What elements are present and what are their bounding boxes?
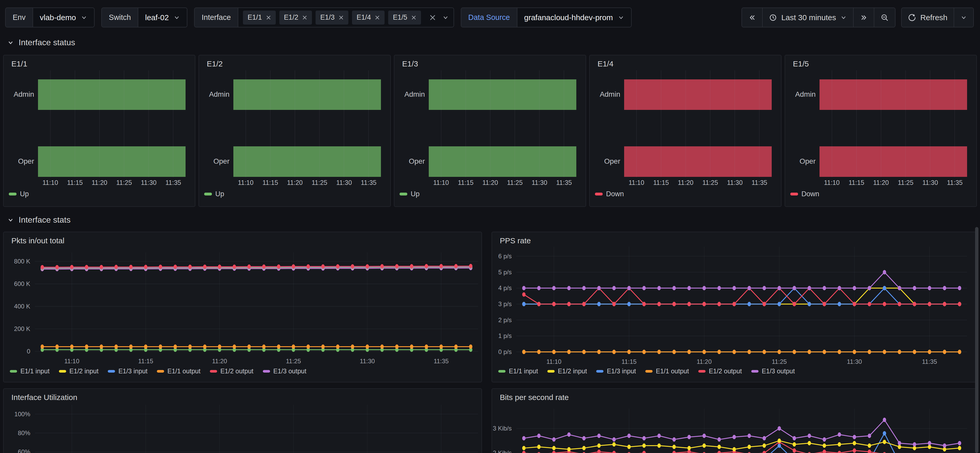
- remove-icon[interactable]: [266, 15, 271, 20]
- legend-swatch: [751, 370, 759, 373]
- panel-title[interactable]: E1/2: [207, 59, 223, 68]
- y-tick-label: 800 K: [4, 258, 30, 265]
- legend-label: E1/2 input: [70, 367, 99, 375]
- env-label: Env: [6, 8, 33, 27]
- series-line: [524, 420, 959, 446]
- legend-item[interactable]: Up: [399, 190, 420, 198]
- time-controls: Last 30 minutes: [741, 8, 974, 27]
- remove-icon[interactable]: [302, 15, 307, 20]
- legend-item[interactable]: Up: [9, 190, 29, 198]
- y-tick-label: 3 Kib/s: [492, 424, 512, 432]
- legend-item[interactable]: E1/3 output: [263, 367, 307, 375]
- legend-item[interactable]: E1/1 input: [498, 367, 538, 375]
- gridline: [270, 70, 270, 177]
- time-shift-back-button[interactable]: [742, 8, 762, 27]
- time-shift-forward-button[interactable]: [853, 8, 874, 27]
- legend-item[interactable]: Up: [204, 190, 224, 198]
- zoom-out-button[interactable]: [874, 8, 895, 27]
- chevron-down-icon[interactable]: [442, 14, 449, 21]
- interface-pill[interactable]: E1/5: [388, 11, 421, 25]
- panel-title[interactable]: E1/5: [793, 59, 809, 68]
- section-title: Interface stats: [19, 215, 70, 225]
- legend-label: Down: [606, 190, 624, 198]
- gridline: [344, 70, 344, 177]
- chevron-down-icon: [960, 14, 967, 21]
- time-range-group: Last 30 minutes: [741, 8, 896, 27]
- datasource-select[interactable]: grafanacloud-hhdev-prom: [517, 8, 631, 27]
- status-panel: E1/5AdminOper11:1011:1511:2011:2511:3011…: [784, 55, 977, 207]
- panel-legend: Up: [204, 190, 234, 198]
- gridline: [564, 70, 564, 177]
- legend-item[interactable]: E1/1 output: [157, 367, 200, 375]
- y-tick-label: 5 p/s: [492, 268, 512, 276]
- refresh-interval-dropdown[interactable]: [954, 8, 973, 27]
- legend-item[interactable]: E1/2 output: [698, 367, 742, 375]
- legend-label: E1/3 output: [762, 367, 795, 375]
- gridline: [319, 70, 320, 177]
- state-row-label: Oper: [395, 157, 425, 166]
- panel-title[interactable]: E1/1: [11, 59, 27, 68]
- line-chart: [492, 389, 976, 453]
- refresh-button[interactable]: Refresh: [902, 8, 954, 27]
- gridline: [881, 70, 881, 177]
- interface-pill[interactable]: E1/2: [279, 11, 312, 25]
- state-row-label: Oper: [785, 157, 816, 166]
- y-tick-label: 2 p/s: [492, 316, 512, 324]
- status-panel: E1/2AdminOper11:1011:1511:2011:2511:3011…: [199, 55, 391, 207]
- legend-item[interactable]: E1/3 input: [596, 367, 636, 375]
- gridline: [50, 70, 51, 177]
- legend-swatch: [204, 193, 212, 195]
- section-interface-status[interactable]: Interface status: [7, 38, 75, 47]
- state-bar-oper: [429, 146, 576, 177]
- gridline: [441, 70, 441, 177]
- scrollbar-thumb[interactable]: [975, 227, 978, 453]
- datasource-label: Data Source: [461, 8, 517, 27]
- time-picker-button[interactable]: Last 30 minutes: [762, 8, 853, 27]
- chevron-down-icon: [7, 39, 14, 46]
- angle-double-left-icon: [748, 14, 756, 21]
- state-row-label: Oper: [590, 157, 620, 166]
- interface-pill-label: E1/1: [248, 13, 262, 21]
- state-bar-admin: [429, 80, 576, 110]
- chart-panel-util: Interface Utilization100%80%60%40%20%0%1…: [3, 388, 482, 453]
- legend-swatch: [59, 370, 66, 373]
- env-select[interactable]: vlab-demo: [33, 8, 94, 27]
- remove-icon[interactable]: [375, 15, 380, 20]
- gridline: [856, 70, 857, 177]
- legend-swatch: [790, 193, 798, 195]
- legend-item[interactable]: E1/2 input: [59, 367, 99, 375]
- legend-item[interactable]: E1/3 input: [108, 367, 148, 375]
- legend-item[interactable]: E1/2 output: [210, 367, 253, 375]
- remove-icon[interactable]: [339, 15, 344, 20]
- legend-item[interactable]: E1/3 output: [751, 367, 795, 375]
- interface-pill[interactable]: E1/3: [315, 11, 348, 25]
- legend-item[interactable]: E1/1 input: [10, 367, 49, 375]
- series-line: [524, 288, 959, 304]
- section-interface-stats[interactable]: Interface stats: [7, 215, 70, 225]
- panel-legend: Down: [790, 190, 829, 198]
- clear-all-icon[interactable]: [429, 14, 436, 21]
- legend-item[interactable]: E1/2 input: [547, 367, 587, 375]
- x-tick-label: 11:35: [423, 357, 459, 365]
- x-tick-label: 11:10: [54, 357, 90, 365]
- y-tick-label: 3 p/s: [492, 300, 512, 308]
- dashboard-controls-bar: Env vlab-demo Switch leaf-02: [0, 0, 980, 36]
- x-tick-label: 11:15: [128, 357, 164, 365]
- y-tick-label: 200 K: [4, 325, 30, 333]
- panel-title[interactable]: E1/4: [598, 59, 614, 68]
- switch-select[interactable]: leaf-02: [138, 8, 187, 27]
- search-minus-icon: [880, 13, 889, 22]
- legend-label: E1/2 output: [709, 367, 742, 375]
- legend-swatch: [108, 370, 115, 373]
- gridline: [930, 70, 931, 177]
- legend-item[interactable]: Down: [790, 190, 819, 198]
- interface-pill[interactable]: E1/4: [352, 11, 385, 25]
- remove-icon[interactable]: [411, 15, 416, 20]
- x-tick-label: 11:35: [350, 179, 387, 187]
- gridline: [368, 70, 369, 177]
- panel-title[interactable]: E1/3: [402, 59, 418, 68]
- interface-pill[interactable]: E1/1: [243, 11, 276, 25]
- legend-item[interactable]: Down: [595, 190, 624, 198]
- legend-item[interactable]: E1/1 output: [645, 367, 689, 375]
- angle-double-right-icon: [860, 14, 867, 21]
